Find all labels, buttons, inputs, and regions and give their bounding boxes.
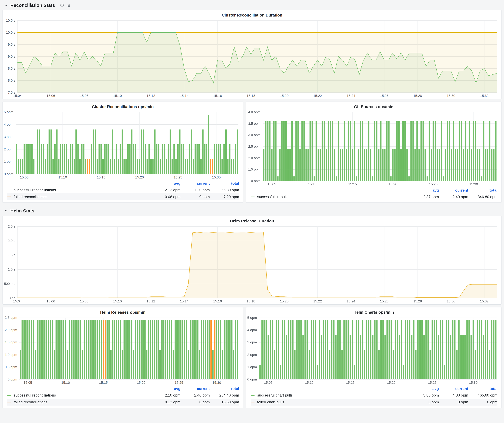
chevron-down-icon[interactable]	[4, 209, 8, 212]
legend-row-successful-reconciliations: successful reconciliations 2.12 opm 1.20…	[7, 187, 239, 194]
legend-row-successful-chart-pulls: successful chart pulls 3.85 opm 4.80 opm…	[251, 392, 498, 399]
legend-row-successful-reconciliations: successful reconciliations 2.10 opm 2.40…	[7, 392, 239, 399]
series-name[interactable]: successful reconciliations	[14, 188, 56, 192]
avg-value: 3.85 opm	[409, 393, 439, 397]
cluster-reconciliations-opm-chart[interactable]: 0 opm1 opm2 opm3 opm4 opm5 opm15:0515:10…	[3, 110, 243, 180]
svg-text:15:15: 15:15	[348, 182, 357, 186]
legend-col-total[interactable]: total	[468, 188, 498, 193]
legend-col-avg[interactable]: avg	[151, 387, 180, 391]
panel-helm-releases-opm: Helm Releases ops/min 0 opm0.5 opm1.0 op…	[2, 307, 243, 408]
series-name[interactable]: failed reconciliations	[14, 400, 47, 404]
legend-col-total[interactable]: total	[210, 387, 239, 391]
svg-text:15:08: 15:08	[80, 299, 88, 303]
legend: avg current total successful git pulls 2…	[246, 187, 501, 202]
svg-text:15:05: 15:05	[264, 381, 273, 385]
svg-text:15:20: 15:20	[135, 175, 144, 179]
svg-text:15:22: 15:22	[313, 94, 322, 98]
svg-text:4 opm: 4 opm	[247, 328, 257, 332]
series-name[interactable]: successful reconciliations	[14, 393, 56, 397]
series-color-mark	[7, 197, 11, 197]
svg-text:15:18: 15:18	[246, 94, 255, 98]
legend-col-total[interactable]: total	[468, 387, 498, 391]
svg-text:15:10: 15:10	[113, 94, 122, 98]
panel-title-git-sources-opm[interactable]: Git Sources ops/min	[246, 102, 501, 110]
current-value: 2.40 opm	[180, 393, 210, 397]
legend-row-successful-git-pulls: successful git pulls 2.87 opm 2.40 opm 3…	[251, 194, 498, 200]
legend-col-current[interactable]: current	[439, 188, 468, 193]
svg-text:15:28: 15:28	[413, 94, 422, 98]
svg-text:3 opm: 3 opm	[247, 340, 257, 344]
helm-charts-opm-chart[interactable]: 0 opm1 opm2 opm3 opm4 opm5 opm15:0515:10…	[246, 315, 501, 386]
total-value: 0 opm	[468, 400, 498, 404]
svg-text:15:26: 15:26	[380, 94, 389, 98]
legend-header: avg current total	[251, 386, 498, 392]
legend-col-avg[interactable]: avg	[151, 181, 180, 186]
series-color-mark	[7, 395, 11, 396]
svg-text:2.5 s: 2.5 s	[8, 224, 15, 228]
svg-text:15:05: 15:05	[20, 175, 29, 179]
svg-text:15:25: 15:25	[429, 182, 438, 186]
svg-text:15:10: 15:10	[58, 175, 67, 179]
svg-text:2.0 opm: 2.0 opm	[248, 156, 261, 160]
svg-text:15:30: 15:30	[447, 94, 455, 98]
gear-icon[interactable]: ⚙	[60, 3, 64, 7]
svg-text:0 opm: 0 opm	[8, 377, 17, 381]
svg-text:15:30: 15:30	[469, 182, 478, 186]
section-title-reconciliation[interactable]: Reconciliation Stats	[10, 2, 55, 8]
legend-col-current[interactable]: current	[180, 387, 210, 391]
svg-text:15:10: 15:10	[308, 182, 317, 186]
current-value: 0 opm	[439, 400, 468, 404]
chevron-down-icon[interactable]	[4, 3, 8, 7]
helm-release-duration-chart[interactable]: 0 ns500 ms1.0 s1.5 s2.0 s2.5 s15:0415:06…	[3, 224, 501, 304]
trash-icon[interactable]	[67, 3, 71, 7]
legend-col-current[interactable]: current	[439, 387, 468, 391]
git-sources-opm-chart[interactable]: 1.0 opm1.5 opm2.0 opm2.5 opm3.0 opm3.5 o…	[246, 110, 501, 187]
svg-text:1.0 s: 1.0 s	[8, 267, 15, 271]
series-name[interactable]: failed reconciliations	[14, 195, 47, 199]
panel-title-helm-release-duration[interactable]: Helm Release Duration	[3, 216, 501, 224]
svg-text:1.5 opm: 1.5 opm	[5, 340, 17, 344]
avg-value: 0.06 opm	[151, 195, 180, 199]
panel-title-helm-releases-opm[interactable]: Helm Releases ops/min	[3, 307, 243, 315]
legend-col-avg[interactable]: avg	[409, 387, 439, 391]
total-value: 256.80 opm	[210, 188, 239, 192]
svg-text:15:15: 15:15	[99, 381, 108, 385]
legend-header: avg current total	[251, 187, 498, 194]
svg-text:15:30: 15:30	[212, 381, 221, 385]
svg-text:15:06: 15:06	[47, 299, 55, 303]
svg-text:15:10: 15:10	[113, 299, 122, 303]
legend-col-avg[interactable]: avg	[409, 188, 439, 193]
panel-helm-release-duration: Helm Release Duration 0 ns500 ms1.0 s1.5…	[2, 216, 502, 305]
svg-text:0 opm: 0 opm	[4, 172, 13, 176]
current-value: 2.40 opm	[439, 195, 468, 199]
panel-title-helm-charts-opm[interactable]: Helm Charts ops/min	[246, 307, 501, 315]
series-name[interactable]: successful chart pulls	[257, 393, 293, 397]
svg-text:1 opm: 1 opm	[247, 365, 257, 369]
avg-value: 2.10 opm	[151, 393, 180, 397]
series-name[interactable]: failed chart pulls	[257, 400, 284, 404]
series-color-mark	[7, 402, 11, 402]
svg-text:0 opm: 0 opm	[247, 377, 257, 381]
svg-text:9.5 s: 9.5 s	[8, 42, 15, 47]
svg-text:15:20: 15:20	[280, 299, 288, 303]
svg-text:10.5 s: 10.5 s	[6, 18, 15, 23]
cluster-reconciliation-duration-chart[interactable]: 7.5 s8.0 s8.5 s9.0 s9.5 s10.0 s10.5 s15:…	[3, 18, 501, 99]
legend-row-failed-reconciliations: failed reconciliations 0.13 opm 0 opm 15…	[7, 399, 239, 405]
helm-releases-opm-chart[interactable]: 0 opm0.5 opm1.0 opm1.5 opm2.0 opm2.5 opm…	[3, 315, 243, 386]
grafana-dashboard: Reconciliation Stats ⚙ Cluster Reconcili…	[0, 0, 504, 423]
legend-col-total[interactable]: total	[210, 181, 239, 186]
legend-col-current[interactable]: current	[180, 181, 210, 186]
series-name[interactable]: successful git pulls	[257, 195, 288, 199]
panel-title-cluster-reconciliations-opm[interactable]: Cluster Reconciliations ops/min	[3, 102, 243, 110]
svg-text:15:24: 15:24	[347, 94, 355, 98]
svg-text:0.5 opm: 0.5 opm	[5, 365, 17, 369]
section-title-helm[interactable]: Helm Stats	[10, 208, 35, 213]
legend-header: avg current total	[7, 386, 239, 392]
panel-title-cluster-reconciliation-duration[interactable]: Cluster Reconciliation Duration	[3, 10, 501, 18]
svg-text:15:10: 15:10	[305, 381, 313, 385]
svg-text:8.5 s: 8.5 s	[8, 66, 15, 70]
legend-row-failed-reconciliations: failed reconciliations 0.06 opm 0 opm 7.…	[7, 194, 239, 200]
svg-text:2.0 opm: 2.0 opm	[5, 328, 17, 332]
total-value: 15.60 opm	[210, 400, 239, 404]
svg-text:10.0 s: 10.0 s	[6, 30, 15, 35]
